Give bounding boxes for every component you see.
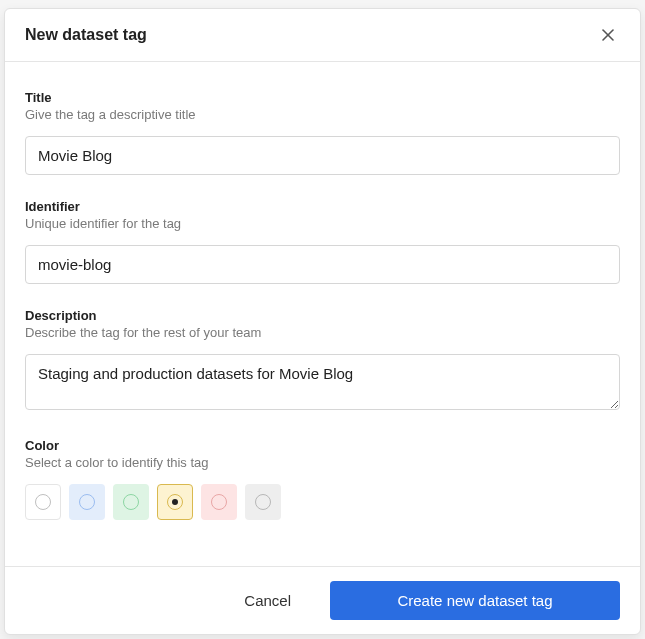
color-option-blue[interactable] bbox=[69, 484, 105, 520]
color-options-row bbox=[25, 484, 620, 520]
color-option-white[interactable] bbox=[25, 484, 61, 520]
color-label: Color bbox=[25, 438, 620, 453]
modal-footer: Cancel Create new dataset tag bbox=[5, 566, 640, 634]
color-circle-icon bbox=[79, 494, 95, 510]
close-button[interactable] bbox=[596, 23, 620, 47]
cancel-button[interactable]: Cancel bbox=[219, 581, 316, 620]
description-input[interactable] bbox=[25, 354, 620, 410]
new-dataset-tag-modal: New dataset tag Title Give the tag a des… bbox=[4, 8, 641, 635]
identifier-hint: Unique identifier for the tag bbox=[25, 216, 620, 231]
description-hint: Describe the tag for the rest of your te… bbox=[25, 325, 620, 340]
create-button[interactable]: Create new dataset tag bbox=[330, 581, 620, 620]
close-icon bbox=[600, 27, 616, 43]
title-field-group: Title Give the tag a descriptive title bbox=[25, 90, 620, 175]
description-field-group: Description Describe the tag for the res… bbox=[25, 308, 620, 414]
identifier-field-group: Identifier Unique identifier for the tag bbox=[25, 199, 620, 284]
color-circle-icon bbox=[255, 494, 271, 510]
color-option-yellow[interactable] bbox=[157, 484, 193, 520]
title-input[interactable] bbox=[25, 136, 620, 175]
color-circle-icon bbox=[123, 494, 139, 510]
color-circle-icon bbox=[35, 494, 51, 510]
color-option-green[interactable] bbox=[113, 484, 149, 520]
color-circle-icon bbox=[211, 494, 227, 510]
selected-dot-icon bbox=[172, 499, 178, 505]
description-label: Description bbox=[25, 308, 620, 323]
title-label: Title bbox=[25, 90, 620, 105]
color-hint: Select a color to identify this tag bbox=[25, 455, 620, 470]
color-option-red[interactable] bbox=[201, 484, 237, 520]
modal-title: New dataset tag bbox=[25, 26, 147, 44]
identifier-label: Identifier bbox=[25, 199, 620, 214]
color-field-group: Color Select a color to identify this ta… bbox=[25, 438, 620, 520]
color-circle-icon bbox=[167, 494, 183, 510]
color-option-gray[interactable] bbox=[245, 484, 281, 520]
modal-body: Title Give the tag a descriptive title I… bbox=[5, 62, 640, 566]
title-hint: Give the tag a descriptive title bbox=[25, 107, 620, 122]
modal-header: New dataset tag bbox=[5, 9, 640, 62]
identifier-input[interactable] bbox=[25, 245, 620, 284]
